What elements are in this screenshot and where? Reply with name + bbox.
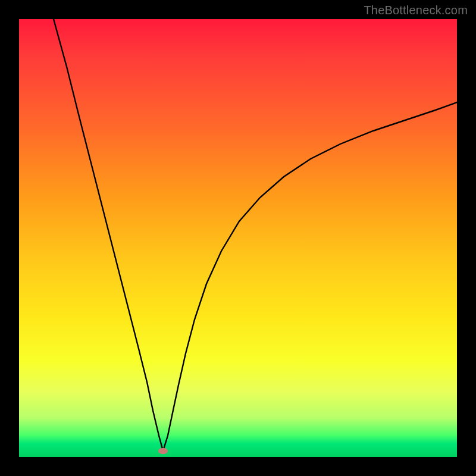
chart-frame: TheBottleneck.com xyxy=(0,0,476,476)
minimum-marker xyxy=(158,448,168,454)
watermark-label: TheBottleneck.com xyxy=(364,4,468,17)
plot-area xyxy=(19,19,457,457)
bottleneck-curve xyxy=(19,19,457,457)
curve-path xyxy=(54,19,457,451)
